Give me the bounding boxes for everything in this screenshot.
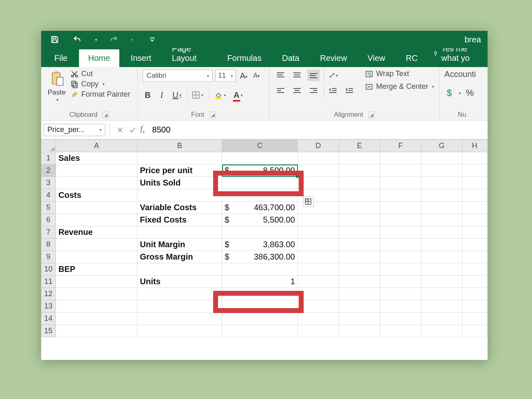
cell[interactable]	[380, 226, 421, 239]
select-all-corner[interactable]	[41, 140, 56, 152]
cell[interactable]	[380, 214, 421, 226]
cell[interactable]	[421, 177, 462, 189]
col-header-C[interactable]: C	[222, 140, 298, 152]
row-header[interactable]: 2	[41, 165, 56, 177]
cell[interactable]: Gross Margin	[137, 251, 222, 263]
cell[interactable]	[222, 177, 298, 189]
cell[interactable]	[222, 263, 298, 276]
cell[interactable]	[298, 300, 339, 313]
name-box-dropdown-icon[interactable]: ▾	[100, 128, 102, 132]
row-header[interactable]: 5	[41, 202, 56, 214]
cell[interactable]	[137, 263, 222, 276]
row-header[interactable]: 4	[41, 189, 56, 202]
cell[interactable]	[339, 177, 380, 189]
row-header[interactable]: 13	[41, 300, 56, 313]
cell[interactable]: Unit Margin	[137, 239, 222, 251]
cell[interactable]	[339, 226, 380, 239]
cell[interactable]	[222, 152, 298, 165]
cell[interactable]	[298, 226, 339, 239]
cell[interactable]	[462, 226, 487, 239]
cell[interactable]	[339, 202, 380, 214]
col-header-B[interactable]: B	[137, 140, 222, 152]
cell[interactable]: Revenue	[56, 226, 137, 239]
cell[interactable]	[462, 239, 487, 251]
increase-font-size-button[interactable]: A▴	[238, 70, 249, 81]
row-header[interactable]: 10	[41, 263, 56, 276]
cell[interactable]	[222, 325, 298, 337]
cell[interactable]	[421, 276, 462, 288]
cell[interactable]	[421, 288, 462, 300]
cell[interactable]	[222, 300, 298, 313]
cell[interactable]	[339, 239, 380, 251]
tab-file[interactable]: File	[45, 49, 77, 67]
cell[interactable]: Units	[137, 276, 222, 288]
cell[interactable]	[339, 276, 380, 288]
cell[interactable]	[462, 214, 487, 226]
col-header-F[interactable]: F	[380, 140, 421, 152]
row-header[interactable]: 9	[41, 251, 56, 263]
cell[interactable]: $ 5,500.00	[222, 214, 298, 226]
number-format-select[interactable]: Accounti	[444, 70, 476, 79]
cell[interactable]	[462, 202, 487, 214]
row-header[interactable]: 8	[41, 239, 56, 251]
cell[interactable]	[380, 251, 421, 263]
tab-data[interactable]: Data	[273, 49, 309, 67]
cell[interactable]	[462, 177, 487, 189]
cell[interactable]	[380, 152, 421, 165]
align-middle-button[interactable]	[291, 70, 303, 81]
cell[interactable]	[137, 226, 222, 239]
qat-customize-icon[interactable]	[147, 34, 157, 45]
wrap-text-button[interactable]: Wrap Text	[365, 70, 434, 78]
cell[interactable]	[421, 300, 462, 313]
cell[interactable]	[339, 189, 380, 202]
cell[interactable]	[339, 263, 380, 276]
cell[interactable]	[380, 239, 421, 251]
col-header-A[interactable]: A	[56, 140, 137, 152]
fx-icon[interactable]: fx	[140, 125, 145, 135]
cell[interactable]	[137, 288, 222, 300]
underline-button[interactable]: U▾	[171, 89, 183, 101]
align-center-button[interactable]	[291, 85, 303, 97]
decrease-indent-button[interactable]	[324, 85, 339, 97]
cell[interactable]	[56, 325, 137, 337]
cell[interactable]: $ 3,863.00	[222, 239, 298, 251]
cell[interactable]	[421, 251, 462, 263]
cell[interactable]	[298, 313, 339, 325]
font-name-select[interactable]: Calibri ▾	[143, 70, 213, 82]
cell[interactable]	[56, 177, 137, 189]
col-header-H[interactable]: H	[462, 140, 487, 152]
cell[interactable]	[339, 300, 380, 313]
fill-color-button[interactable]: ▾	[209, 89, 228, 101]
cell[interactable]	[56, 313, 137, 325]
row-header[interactable]: 6	[41, 214, 56, 226]
cell[interactable]	[421, 325, 462, 337]
cell[interactable]	[298, 251, 339, 263]
col-header-E[interactable]: E	[339, 140, 380, 152]
cell[interactable]	[137, 300, 222, 313]
cell[interactable]	[56, 202, 137, 214]
cell[interactable]	[421, 313, 462, 325]
cell[interactable]	[137, 152, 222, 165]
cell[interactable]	[137, 313, 222, 325]
redo-button[interactable]	[107, 34, 120, 45]
cell[interactable]	[421, 202, 462, 214]
cell-selected[interactable]: $ 8,500.00	[222, 165, 298, 177]
cell[interactable]: Units Sold	[137, 177, 222, 189]
font-dialog-launcher[interactable]: ◢	[209, 111, 216, 118]
col-header-D[interactable]: D	[298, 140, 339, 152]
cell[interactable]: Sales	[56, 152, 137, 165]
format-painter-button[interactable]: Format Painter	[70, 90, 130, 99]
cell[interactable]	[222, 189, 298, 202]
cell[interactable]	[462, 325, 487, 337]
cell[interactable]: $ 463,700.00	[222, 202, 298, 214]
percent-format-button[interactable]: %	[464, 87, 476, 99]
cell[interactable]	[462, 165, 487, 177]
cell[interactable]: Costs	[56, 189, 137, 202]
cell[interactable]	[462, 152, 487, 165]
cell[interactable]	[56, 251, 137, 263]
worksheet-grid[interactable]: A B C D E F G H 1 Sales 2 Price per unit…	[41, 139, 488, 337]
cell[interactable]	[421, 152, 462, 165]
cell[interactable]	[421, 189, 462, 202]
paste-button[interactable]: Paste ▾	[46, 70, 67, 103]
cell[interactable]	[339, 313, 380, 325]
